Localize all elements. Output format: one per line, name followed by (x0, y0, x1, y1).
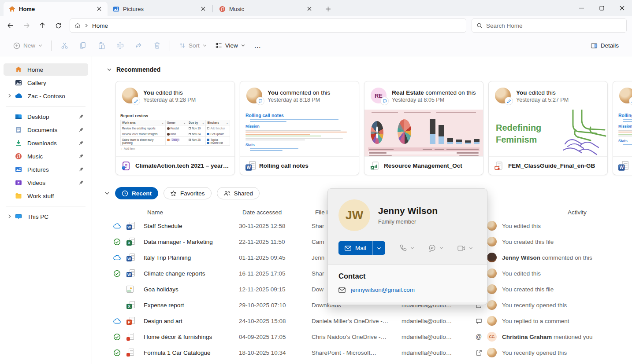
word-file-icon: W (618, 161, 628, 171)
sort-icon (179, 42, 186, 49)
search-icon (476, 22, 483, 29)
new-tab-button[interactable] (321, 3, 335, 15)
avatar (487, 284, 497, 294)
avatar: RE (371, 88, 387, 103)
cut-icon[interactable] (56, 38, 73, 53)
sidebar-item-documents[interactable]: Documents (4, 124, 88, 136)
mail-dropdown-button[interactable] (372, 241, 385, 255)
contact-section-heading: Contact (338, 272, 476, 280)
sidebar-item-downloads[interactable]: Downloads (4, 137, 88, 149)
tab-close-icon[interactable] (199, 5, 207, 13)
sidebar-item-videos[interactable]: Videos (4, 176, 88, 189)
file-name: Italy Trip Planning (144, 254, 239, 261)
sidebar-item-work-stuff[interactable]: Work stuff (4, 190, 88, 202)
recommended-card[interactable]: RE Real Estate commented on this Yesterd… (364, 81, 483, 175)
tab-close-icon[interactable] (95, 5, 103, 13)
cloud-sync-icon (113, 318, 121, 324)
delete-icon[interactable] (149, 38, 165, 53)
search-input[interactable] (486, 22, 622, 29)
chevron-right-icon[interactable] (7, 93, 12, 98)
tab-pictures[interactable]: Pictures (108, 2, 212, 16)
filter-shared[interactable]: Shared (217, 187, 260, 199)
avatar (619, 88, 632, 103)
copy-icon[interactable] (74, 38, 91, 53)
filter-label: Recent (132, 190, 152, 197)
sidebar-item-gallery[interactable]: Gallery (4, 77, 88, 89)
sidebar-item-desktop[interactable]: Desktop (4, 110, 88, 123)
sidebar-item-home[interactable]: Home (4, 63, 88, 76)
file-location: SharePoint - Microsoft… (312, 349, 402, 356)
chevron-down-icon[interactable] (107, 67, 112, 72)
check-sync-icon (113, 270, 121, 277)
avatar (487, 316, 497, 326)
view-button[interactable]: View (211, 38, 249, 53)
paste-icon[interactable] (93, 38, 110, 53)
filter-favorites[interactable]: Favorites (164, 187, 212, 199)
avatar (487, 221, 497, 231)
sidebar-item-label: Documents (27, 127, 57, 133)
more-options-button[interactable]: … (249, 38, 266, 53)
address-bar[interactable]: Home (70, 18, 466, 33)
chevron-down-icon (38, 44, 42, 48)
sidebar-item-this-pc[interactable]: This PC (4, 210, 88, 223)
file-row[interactable]: P Design and art 24-10-2025 15:08 Daniel… (92, 313, 632, 329)
column-header-date-accessed[interactable]: Date accessed (242, 209, 315, 216)
sort-button[interactable]: Sort (175, 38, 211, 53)
avatar (495, 88, 511, 103)
window-controls (571, 0, 632, 16)
recommended-card[interactable]: You edited this Yesterday at 9:28 PM Rep… (115, 81, 235, 175)
chevron-down-icon (203, 44, 207, 48)
share-icon[interactable] (130, 38, 147, 53)
refresh-button[interactable] (50, 18, 66, 33)
column-header-name[interactable]: Name (147, 209, 242, 216)
edit-badge-icon (629, 97, 632, 105)
avatar-initials: RE (375, 92, 383, 99)
new-button[interactable]: New (9, 38, 47, 53)
details-button[interactable]: Details (586, 38, 623, 53)
tab-home[interactable]: Home (4, 2, 108, 16)
back-button[interactable] (3, 18, 19, 33)
people-icon (223, 190, 230, 197)
sidebar-item-onedrive[interactable]: Zac - Contoso (4, 90, 88, 102)
column-header-activity[interactable]: Activity (568, 209, 587, 216)
contact-role: Family member (378, 219, 438, 225)
recommended-card[interactable]: You edited this Rolling call notes Missi… (613, 81, 632, 175)
sidebar-item-pictures[interactable]: Pictures (4, 163, 88, 176)
close-button[interactable] (612, 0, 632, 16)
mail-button[interactable]: Mail (338, 241, 372, 255)
tab-close-icon[interactable] (305, 5, 313, 13)
file-name: Data manager - Marketing (144, 239, 239, 245)
search-box[interactable] (472, 18, 627, 33)
sidebar-item-music[interactable]: Music (4, 150, 88, 162)
recommended-card[interactable]: You commented on this Yesterday at 8:18 … (240, 81, 359, 175)
file-location: Daniela Miller’s OneDrive -… (312, 318, 402, 324)
recommended-card[interactable]: You edited this Yesterday at 5:27 PM Red… (488, 81, 608, 175)
maximize-button[interactable] (591, 0, 612, 16)
chevron-right-icon[interactable] (7, 214, 12, 219)
file-activity: You recently opened this (502, 302, 632, 309)
details-pane-icon (591, 42, 598, 49)
filter-recent[interactable]: Recent (115, 187, 158, 199)
avatar-initials: JW (346, 209, 364, 222)
word-file-icon: W (126, 254, 135, 261)
minimize-button[interactable] (571, 0, 591, 16)
file-date: 30-11-2025 12:58 (239, 223, 312, 229)
file-activity: Jenny Wilson commented on this (502, 254, 632, 261)
file-row[interactable]: Formula 1 Car Catalogue 18-10-2025 10:34… (92, 345, 632, 360)
divider (6, 106, 86, 107)
tab-music[interactable]: Music (214, 2, 318, 16)
chevron-down-icon[interactable] (104, 191, 110, 196)
chat-button[interactable] (428, 244, 443, 252)
video-call-button[interactable] (457, 245, 473, 251)
contact-email-link[interactable]: jennywilson@gmail.com (351, 287, 415, 293)
up-button[interactable] (34, 18, 50, 33)
rename-icon[interactable] (112, 38, 128, 53)
file-row[interactable]: Home décor & furnishings 04-09-2025 17:0… (92, 329, 632, 345)
card-actor: You (516, 89, 527, 96)
home-icon (9, 6, 15, 12)
comment-badge-icon (381, 97, 388, 105)
call-button[interactable] (399, 244, 414, 252)
breadcrumb[interactable]: Home (92, 22, 108, 29)
mail-split-button[interactable]: Mail (338, 241, 385, 255)
forward-button[interactable] (19, 18, 34, 33)
